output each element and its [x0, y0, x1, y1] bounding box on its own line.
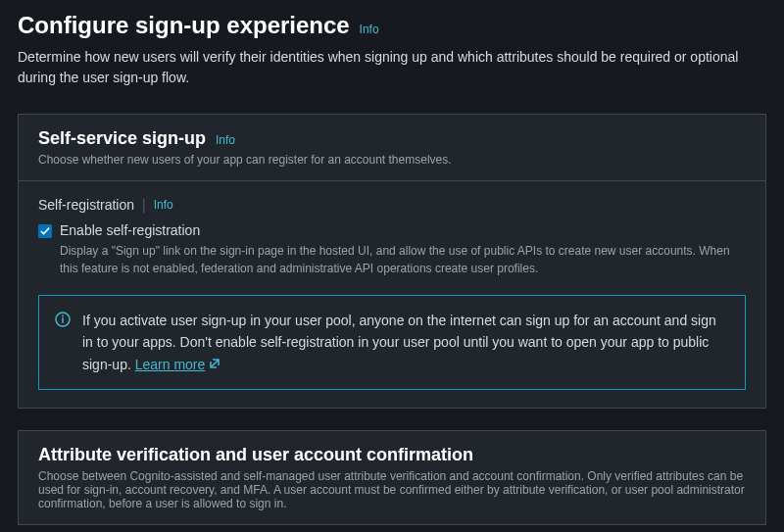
learn-more-label: Learn more [135, 354, 206, 375]
self-registration-label-row: Self-registration | Info [38, 197, 746, 213]
check-icon [40, 226, 50, 236]
divider: | [142, 197, 146, 213]
attribute-verification-header: Attribute verification and user account … [19, 431, 765, 524]
svg-point-1 [62, 315, 64, 317]
enable-self-registration-help: Display a "Sign up" link on the sign-in … [60, 242, 746, 277]
alert-text: If you activate user sign-up in your use… [82, 310, 729, 375]
page-header: Configure sign-up experience Info Determ… [18, 12, 766, 88]
info-icon [55, 312, 71, 330]
enable-self-registration-checkbox[interactable] [38, 224, 52, 238]
enable-self-registration-row: Enable self-registration [38, 222, 746, 238]
self-service-title: Self-service sign-up [38, 128, 206, 148]
self-registration-info-link[interactable]: Info [154, 198, 173, 212]
self-service-info-link[interactable]: Info [216, 133, 235, 147]
enable-self-registration-label[interactable]: Enable self-registration [60, 222, 200, 238]
page-info-link[interactable]: Info [360, 23, 379, 36]
external-link-icon [209, 354, 220, 375]
self-service-desc: Choose whether new users of your app can… [38, 153, 746, 167]
self-service-panel: Self-service sign-up Info Choose whether… [18, 114, 766, 409]
attribute-verification-desc: Choose between Cognito-assisted and self… [38, 469, 746, 510]
self-registration-label: Self-registration [38, 197, 134, 213]
attribute-verification-title: Attribute verification and user account … [38, 445, 473, 464]
page-subtitle: Determine how new users will verify thei… [18, 47, 743, 88]
svg-rect-2 [62, 318, 64, 323]
page-title: Configure sign-up experience [18, 12, 350, 38]
self-service-header: Self-service sign-up Info Choose whether… [19, 115, 765, 181]
self-service-body: Self-registration | Info Enable self-reg… [19, 181, 765, 408]
attribute-verification-panel: Attribute verification and user account … [18, 430, 766, 525]
learn-more-link[interactable]: Learn more [135, 354, 221, 375]
self-registration-info-alert: If you activate user sign-up in your use… [38, 295, 746, 390]
